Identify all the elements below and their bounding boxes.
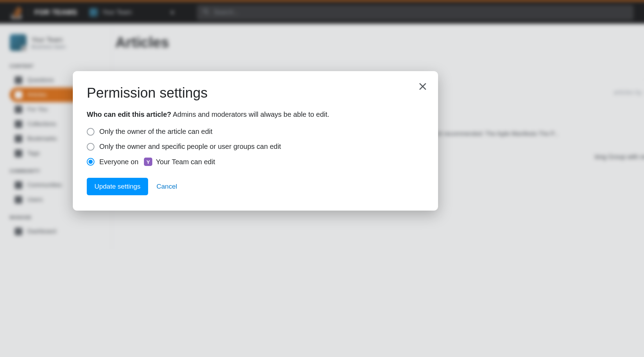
radio-label-prefix: Everyone on — [99, 158, 138, 166]
radio-indicator — [87, 128, 94, 136]
cancel-button[interactable]: Cancel — [156, 183, 177, 190]
radio-everyone[interactable]: Everyone on Y Your Team can edit — [87, 158, 424, 166]
close-button[interactable] — [416, 80, 429, 93]
radio-indicator — [87, 158, 94, 166]
radio-indicator — [87, 143, 94, 151]
radio-owner-only[interactable]: Only the owner of the article can edit — [87, 128, 424, 136]
modal-actions: Update settings Cancel — [87, 178, 424, 195]
team-chip-icon: Y — [144, 158, 152, 166]
radio-label: Only the owner of the article can edit — [99, 128, 213, 136]
modal-question: Who can edit this article? — [87, 111, 171, 118]
modal-subtitle: Who can edit this article? Admins and mo… — [87, 111, 424, 119]
radio-label-suffix: Your Team can edit — [156, 158, 215, 166]
update-settings-button[interactable]: Update settings — [87, 178, 148, 195]
modal-note: Admins and moderators will always be abl… — [173, 111, 329, 118]
permission-settings-modal: Permission settings Who can edit this ar… — [73, 71, 438, 211]
close-icon — [419, 83, 426, 90]
radio-owner-and-groups[interactable]: Only the owner and specific people or us… — [87, 143, 424, 151]
modal-title: Permission settings — [87, 85, 424, 101]
radio-label: Only the owner and specific people or us… — [99, 143, 281, 151]
